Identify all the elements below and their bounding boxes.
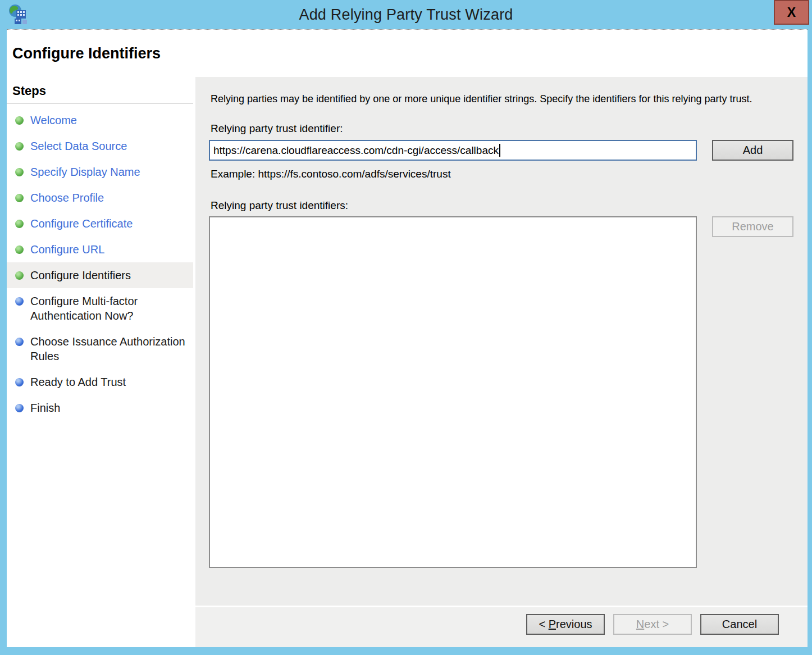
sidebar-item-configure-url[interactable]: Configure URL [7, 236, 193, 262]
blue-bullet-icon [15, 378, 24, 386]
footer-bar: < Previous Next > Cancel [195, 607, 808, 647]
next-button[interactable]: Next > [613, 614, 692, 635]
green-bullet-icon [15, 271, 24, 280]
main-column: Relying parties may be identified by one… [195, 77, 808, 647]
page-title: Configure Identifiers [12, 45, 161, 62]
sidebar-item-specify-display-name[interactable]: Specify Display Name [7, 159, 193, 185]
cancel-button[interactable]: Cancel [700, 614, 779, 635]
green-bullet-icon [15, 142, 24, 151]
sidebar-item-label: Configure Identifiers [30, 268, 131, 283]
identifier-input[interactable]: https://carena.cloudflareaccess.com/cdn-… [209, 140, 697, 161]
sidebar-item-select-data-source[interactable]: Select Data Source [7, 133, 193, 159]
sidebar-item-label: Select Data Source [30, 139, 127, 153]
remove-button[interactable]: Remove [712, 216, 793, 237]
green-bullet-icon [15, 245, 24, 254]
adfs-globe-building-icon [7, 3, 29, 26]
sidebar-item-welcome[interactable]: Welcome [7, 107, 193, 133]
blue-bullet-icon [15, 404, 24, 412]
close-x-icon: X [787, 5, 796, 20]
sidebar-item-label: Finish [30, 401, 60, 415]
identifiers-listbox[interactable] [209, 216, 697, 568]
titlebar: Add Relying Party Trust Wizard X [0, 0, 812, 29]
window-title: Add Relying Party Trust Wizard [0, 6, 812, 24]
sidebar-item-label: Ready to Add Trust [30, 375, 126, 389]
sidebar-item-label: Specify Display Name [30, 165, 140, 179]
identifiers-list-label: Relying party trust identifiers: [211, 199, 793, 212]
green-bullet-icon [15, 116, 24, 125]
sidebar-item-label: Welcome [30, 113, 77, 128]
add-button[interactable]: Add [712, 140, 793, 161]
sidebar-item-label: Choose Profile [30, 190, 104, 205]
sidebar-item-finish: Finish [7, 395, 193, 421]
green-bullet-icon [15, 168, 24, 176]
sidebar-item-choose-issuance-authorization-rules: Choose Issuance Authorization Rules [7, 329, 193, 369]
blue-bullet-icon [15, 338, 24, 346]
sidebar-item-label: Choose Issuance Authorization Rules [30, 334, 189, 363]
steps-list: WelcomeSelect Data SourceSpecify Display… [7, 104, 193, 421]
sidebar-item-configure-multi-factor-authentication-now: Configure Multi-factor Authentication No… [7, 288, 193, 329]
steps-sidebar: Steps WelcomeSelect Data SourceSpecify D… [7, 77, 193, 647]
content-area: Steps WelcomeSelect Data SourceSpecify D… [7, 77, 808, 647]
page-header: Configure Identifiers [7, 29, 808, 77]
example-text: Example: https://fs.contoso.com/adfs/ser… [211, 168, 793, 180]
sidebar-item-configure-certificate[interactable]: Configure Certificate [7, 211, 193, 236]
sidebar-item-configure-identifiers[interactable]: Configure Identifiers [7, 262, 193, 288]
identifier-field-label: Relying party trust identifier: [211, 122, 793, 135]
sidebar-item-label: Configure Certificate [30, 216, 133, 231]
text-caret [499, 144, 500, 157]
dialog-body: Configure Identifiers Steps WelcomeSelec… [7, 29, 808, 647]
blue-bullet-icon [15, 297, 24, 306]
sidebar-item-label: Configure Multi-factor Authentication No… [30, 294, 189, 323]
steps-heading: Steps [7, 77, 193, 104]
sidebar-item-label: Configure URL [30, 242, 104, 257]
close-button[interactable]: X [774, 0, 809, 25]
identifier-input-value: https://carena.cloudflareaccess.com/cdn-… [213, 144, 499, 157]
green-bullet-icon [15, 220, 24, 228]
green-bullet-icon [15, 194, 24, 202]
previous-button[interactable]: < Previous [526, 614, 605, 635]
wizard-window: Add Relying Party Trust Wizard X Configu… [0, 0, 812, 655]
sidebar-item-ready-to-add-trust: Ready to Add Trust [7, 369, 193, 395]
main-panel: Relying parties may be identified by one… [195, 77, 808, 606]
sidebar-item-choose-profile[interactable]: Choose Profile [7, 185, 193, 211]
instructions-text: Relying parties may be identified by one… [211, 92, 783, 107]
